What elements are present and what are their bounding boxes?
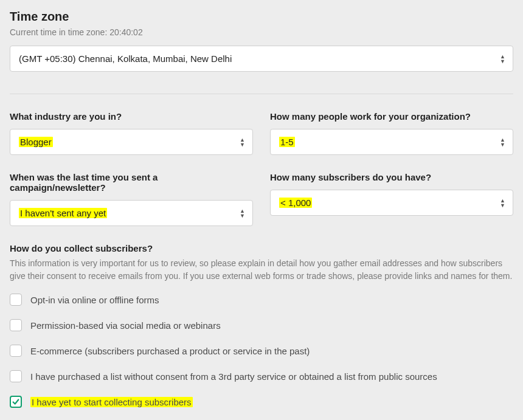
checkbox-row-optin: Opt-in via online or offline forms (10, 294, 513, 306)
industry-select[interactable]: Blogger ▲▼ (10, 129, 253, 155)
industry-value: Blogger (19, 137, 53, 147)
subscribers-select[interactable]: < 1,000 ▲▼ (270, 190, 513, 216)
collect-help: This information is very important for u… (10, 257, 513, 283)
subscribers-value: < 1,000 (279, 198, 312, 208)
sort-icon: ▲▼ (240, 137, 245, 146)
checkbox-row-not-started: I have yet to start collecting subscribe… (10, 396, 513, 408)
timezone-select[interactable]: (GMT +05:30) Chennai, Kolkata, Mumbai, N… (10, 46, 513, 72)
section-divider (10, 94, 513, 94)
timezone-section: Time zone Current time in time zone: 20:… (10, 10, 513, 72)
checkbox-permission[interactable] (10, 319, 22, 331)
orgsize-select[interactable]: 1-5 ▲▼ (270, 129, 513, 155)
timezone-selected-value: (GMT +05:30) Chennai, Kolkata, Mumbai, N… (19, 53, 232, 64)
checkbox-label-ecommerce: E-commerce (subscribers purchased a prod… (30, 346, 310, 356)
row-industry-orgsize: What industry are you in? Blogger ▲▼ How… (10, 111, 513, 155)
checkbox-purchased-list[interactable] (10, 370, 22, 382)
checkbox-not-started[interactable] (10, 396, 22, 408)
last-campaign-value: I haven't sent any yet (19, 208, 107, 218)
checkbox-optin[interactable] (10, 294, 22, 306)
orgsize-label: How many people work for your organizati… (270, 111, 513, 122)
collect-label: How do you collect subscribers? (10, 243, 513, 253)
checkbox-label-purchased-list: I have purchased a list without consent … (30, 371, 437, 382)
last-campaign-select[interactable]: I haven't sent any yet ▲▼ (10, 200, 253, 226)
checkbox-row-permission: Permission-based via social media or web… (10, 319, 513, 331)
sort-icon: ▲▼ (500, 54, 505, 63)
checkbox-row-purchased-list: I have purchased a list without consent … (10, 370, 513, 382)
timezone-current-time: Current time in time zone: 20:40:02 (10, 27, 513, 37)
row-campaign-subscribers: When was the last time you sent a campai… (10, 172, 513, 226)
sort-icon: ▲▼ (500, 137, 505, 146)
orgsize-value: 1-5 (279, 137, 295, 147)
collect-section: How do you collect subscribers? This inf… (10, 243, 513, 420)
checkbox-label-permission: Permission-based via social media or web… (30, 320, 221, 331)
checkbox-row-ecommerce: E-commerce (subscribers purchased a prod… (10, 345, 513, 357)
last-campaign-label: When was the last time you sent a campai… (10, 172, 253, 193)
sort-icon: ▲▼ (240, 208, 245, 218)
timezone-title: Time zone (10, 10, 513, 24)
checkbox-label-not-started: I have yet to start collecting subscribe… (30, 397, 193, 407)
subscribers-label: How many subscribers do you have? (270, 172, 513, 182)
sort-icon: ▲▼ (500, 198, 505, 207)
checkbox-ecommerce[interactable] (10, 345, 22, 357)
checkbox-label-optin: Opt-in via online or offline forms (30, 295, 159, 305)
industry-label: What industry are you in? (10, 111, 253, 122)
